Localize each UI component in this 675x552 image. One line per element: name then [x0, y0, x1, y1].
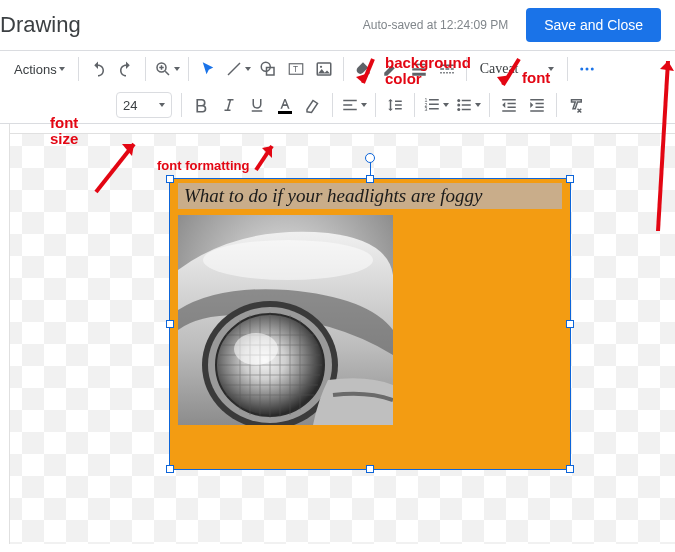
- decrease-indent-button[interactable]: [495, 91, 523, 119]
- svg-point-38: [457, 104, 460, 107]
- svg-rect-20: [443, 72, 445, 74]
- line-tool[interactable]: [222, 55, 254, 83]
- svg-rect-48: [536, 103, 544, 105]
- numbered-list-button[interactable]: 123: [420, 91, 452, 119]
- chevron-down-icon: [443, 103, 449, 107]
- svg-rect-14: [412, 73, 426, 76]
- svg-rect-13: [412, 68, 426, 70]
- svg-rect-45: [508, 107, 516, 109]
- zoom-button[interactable]: [151, 55, 183, 83]
- svg-point-39: [457, 108, 460, 111]
- svg-point-26: [590, 68, 593, 71]
- line-spacing-button[interactable]: [381, 91, 409, 119]
- svg-rect-12: [412, 64, 426, 66]
- svg-rect-43: [502, 99, 516, 101]
- svg-line-4: [228, 63, 240, 75]
- svg-rect-30: [343, 109, 357, 111]
- toolbar-row-2: 24 123: [0, 87, 675, 123]
- redo-button[interactable]: [112, 55, 140, 83]
- svg-rect-16: [440, 68, 444, 70]
- svg-point-71: [234, 333, 278, 365]
- chevron-down-icon: [548, 67, 554, 71]
- svg-rect-44: [508, 103, 516, 105]
- bulleted-list-button[interactable]: [452, 91, 484, 119]
- resize-handle-s[interactable]: [366, 465, 374, 473]
- underline-button[interactable]: [243, 91, 271, 119]
- svg-rect-41: [462, 104, 471, 106]
- svg-line-1: [165, 71, 169, 75]
- shape-tool[interactable]: [254, 55, 282, 83]
- svg-rect-36: [429, 108, 439, 110]
- svg-rect-42: [462, 109, 471, 111]
- resize-handle-nw[interactable]: [166, 175, 174, 183]
- image-tool[interactable]: [310, 55, 338, 83]
- actions-label: Actions: [14, 62, 57, 77]
- chevron-down-icon: [159, 103, 165, 107]
- border-weight-button[interactable]: [405, 55, 433, 83]
- resize-handle-sw[interactable]: [166, 465, 174, 473]
- resize-handle-ne[interactable]: [566, 175, 574, 183]
- svg-point-10: [320, 66, 322, 68]
- svg-point-11: [366, 71, 369, 74]
- chevron-down-icon: [174, 67, 180, 71]
- svg-rect-23: [452, 72, 454, 74]
- more-options-button[interactable]: [573, 55, 601, 83]
- chevron-down-icon: [245, 67, 251, 71]
- clear-formatting-button[interactable]: [562, 91, 590, 119]
- border-dash-button[interactable]: [433, 55, 461, 83]
- undo-button[interactable]: [84, 55, 112, 83]
- svg-point-52: [203, 240, 373, 280]
- chevron-down-icon: [361, 103, 367, 107]
- drawing-canvas[interactable]: What to do if your headlights are foggy: [0, 124, 675, 544]
- svg-rect-47: [530, 99, 544, 101]
- align-button[interactable]: [338, 91, 370, 119]
- chevron-down-icon: [59, 67, 65, 71]
- font-size-value: 24: [123, 98, 137, 113]
- shape-embedded-image[interactable]: [178, 215, 393, 425]
- resize-handle-n[interactable]: [366, 175, 374, 183]
- svg-rect-15: [440, 65, 454, 67]
- svg-point-24: [580, 68, 583, 71]
- svg-rect-35: [429, 104, 439, 106]
- text-color-button[interactable]: [271, 91, 299, 119]
- fill-color-button[interactable]: [349, 55, 377, 83]
- resize-handle-se[interactable]: [566, 465, 574, 473]
- svg-rect-49: [536, 107, 544, 109]
- svg-rect-19: [440, 72, 442, 74]
- svg-rect-28: [343, 100, 357, 102]
- select-tool[interactable]: [194, 55, 222, 83]
- textbox-tool[interactable]: T: [282, 55, 310, 83]
- save-and-close-button[interactable]: Save and Close: [526, 8, 661, 42]
- resize-handle-w[interactable]: [166, 320, 174, 328]
- rotate-handle[interactable]: [365, 153, 375, 163]
- svg-point-25: [585, 68, 588, 71]
- bold-button[interactable]: [187, 91, 215, 119]
- resize-handle-e[interactable]: [566, 320, 574, 328]
- font-picker[interactable]: Caveat: [472, 55, 562, 83]
- svg-rect-22: [449, 72, 451, 74]
- selected-shape[interactable]: What to do if your headlights are foggy: [170, 179, 570, 469]
- svg-rect-40: [462, 100, 471, 102]
- svg-text:T: T: [293, 65, 298, 74]
- font-size-input[interactable]: 24: [116, 92, 172, 118]
- actions-menu[interactable]: Actions: [6, 55, 73, 83]
- svg-point-37: [457, 99, 460, 102]
- svg-rect-34: [429, 99, 439, 101]
- ruler-vertical: [0, 124, 10, 544]
- svg-rect-17: [445, 68, 449, 70]
- italic-button[interactable]: [215, 91, 243, 119]
- increase-indent-button[interactable]: [523, 91, 551, 119]
- svg-rect-46: [502, 110, 516, 112]
- svg-rect-18: [450, 68, 453, 70]
- toolbar-row-1: Actions T Caveat: [0, 51, 675, 87]
- svg-text:3: 3: [425, 106, 428, 112]
- highlight-color-button[interactable]: [299, 91, 327, 119]
- shape-title-text[interactable]: What to do if your headlights are foggy: [178, 183, 562, 209]
- font-name-label: Caveat: [480, 61, 519, 77]
- svg-rect-29: [343, 104, 352, 106]
- ruler: [0, 124, 675, 134]
- autosave-status: Auto-saved at 12:24:09 PM: [363, 18, 508, 32]
- svg-rect-50: [530, 110, 544, 112]
- dialog-title: Drawing: [0, 12, 81, 38]
- border-color-button[interactable]: [377, 55, 405, 83]
